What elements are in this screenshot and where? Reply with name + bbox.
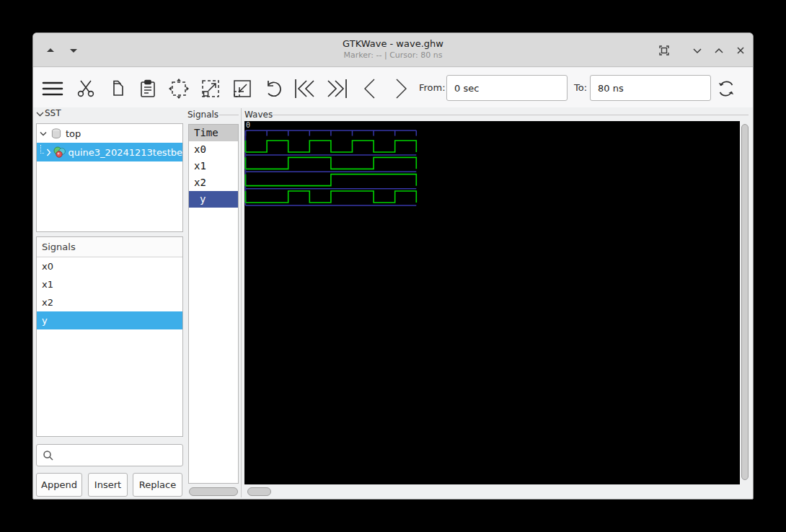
zoom-in-icon[interactable] — [198, 76, 223, 101]
splitter-handle[interactable] — [241, 108, 242, 497]
tree-item-label: top — [66, 128, 81, 139]
trace-y — [246, 191, 417, 203]
go-end-icon[interactable] — [324, 76, 349, 101]
trace-x1 — [246, 157, 417, 169]
signal-row-x0[interactable]: x0 — [189, 141, 238, 158]
signals-list: Time x0 x1 x2 y — [188, 124, 239, 484]
signal-row-y[interactable]: y — [189, 191, 238, 208]
window-title: GTKWave - wave.ghw — [33, 37, 753, 50]
waves-vscrollbar[interactable] — [741, 124, 749, 480]
tree-connector — [40, 145, 44, 154]
svg-text:0: 0 — [246, 121, 250, 129]
trace-x0 — [246, 141, 417, 152]
titlebar[interactable]: GTKWave - wave.ghw Marker: -- | Cursor: … — [33, 33, 753, 67]
sst-tree: top quine3_20241213testbe — [36, 123, 183, 232]
to-label: To: — [574, 82, 587, 93]
toolbar: From: To: — [33, 68, 753, 107]
minimize-icon[interactable] — [689, 42, 706, 59]
signal-browser: Signals x0 x1 x2 y — [36, 236, 183, 437]
signals-frame-label: Signals — [187, 110, 218, 120]
window-subtitle: Marker: -- | Cursor: 80 ns — [33, 50, 753, 61]
cylinder-icon — [50, 128, 63, 139]
tree-item-quine3[interactable]: quine3_20241213testbe — [37, 143, 182, 161]
close-icon[interactable] — [732, 42, 749, 59]
paste-icon[interactable] — [136, 76, 160, 101]
signal-browser-title: Signals — [37, 237, 182, 257]
prev-edge-icon[interactable] — [358, 76, 382, 101]
next-edge-icon[interactable] — [389, 76, 413, 101]
reload-icon[interactable] — [714, 76, 738, 101]
signal-item-x0[interactable]: x0 — [37, 257, 182, 275]
cut-icon[interactable] — [74, 76, 98, 101]
zoom-fit-icon[interactable] — [167, 76, 191, 101]
search-input[interactable] — [53, 445, 182, 466]
waves-frame-label: Waves — [244, 110, 273, 120]
go-start-icon[interactable] — [293, 76, 317, 101]
signal-row-x2[interactable]: x2 — [189, 174, 238, 191]
time-header[interactable]: Time — [189, 125, 238, 141]
signals-frame-line — [219, 115, 239, 115]
search-icon — [43, 450, 53, 461]
to-input[interactable] — [590, 75, 711, 101]
menu-icon[interactable] — [40, 76, 65, 101]
from-label: From: — [419, 82, 446, 93]
titlebar-text: GTKWave - wave.ghw Marker: -- | Cursor: … — [33, 37, 753, 61]
expander-closed-icon[interactable] — [46, 148, 51, 156]
copy-icon[interactable] — [105, 76, 129, 101]
tree-item-top[interactable]: top — [37, 124, 182, 143]
trace-x2 — [246, 174, 417, 186]
signals-hscrollbar[interactable] — [189, 487, 238, 496]
waves-hscrollbar[interactable] — [247, 487, 271, 496]
insert-button[interactable]: Insert — [88, 473, 128, 497]
undo-icon[interactable] — [262, 76, 286, 101]
from-input[interactable] — [446, 75, 568, 101]
signal-search-box[interactable] — [36, 444, 183, 466]
keep-above-icon[interactable] — [655, 42, 673, 59]
append-button[interactable]: Append — [36, 473, 82, 497]
signal-item-y[interactable]: y — [37, 311, 182, 329]
zoom-out-icon[interactable] — [230, 76, 255, 101]
waveform-plot: 0 — [244, 121, 740, 484]
signal-item-x1[interactable]: x1 — [37, 275, 182, 293]
wave-canvas[interactable]: 0 — [244, 121, 740, 484]
signal-item-x2[interactable]: x2 — [37, 293, 182, 311]
tree-item-label: quine3_20241213testbe — [69, 147, 183, 158]
replace-button[interactable]: Replace — [133, 473, 182, 497]
sst-expander-icon[interactable] — [36, 111, 44, 117]
gtkwave-window: GTKWave - wave.ghw Marker: -- | Cursor: … — [32, 32, 754, 500]
expander-open-icon[interactable] — [39, 131, 48, 136]
sst-header-label: SST — [45, 108, 61, 118]
module-icon — [53, 146, 66, 158]
waves-frame-line — [273, 115, 749, 115]
maximize-icon[interactable] — [710, 42, 728, 59]
signal-row-x1[interactable]: x1 — [189, 158, 238, 174]
